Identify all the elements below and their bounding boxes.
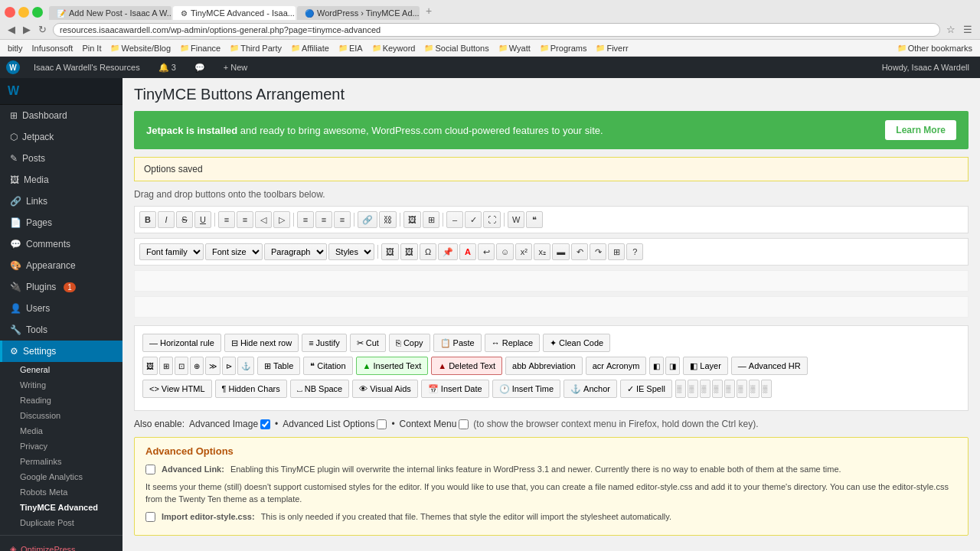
- bookmark-social[interactable]: Social Buttons: [421, 43, 492, 54]
- avail-layer[interactable]: ◧ Layer: [683, 357, 728, 375]
- close-btn[interactable]: [5, 7, 15, 18]
- sidebar-item-settings[interactable]: ⚙ Settings: [0, 341, 122, 362]
- bookmark-thirdparty[interactable]: Third Party: [227, 43, 285, 54]
- avail-abbreviation[interactable]: abb Abbreviation: [505, 357, 583, 375]
- bookmark-eia[interactable]: EIA: [335, 43, 366, 54]
- forward-btn[interactable]: ▶: [21, 24, 32, 35]
- context-menu-label[interactable]: Context Menu: [400, 419, 469, 429]
- tb1-alignleft[interactable]: ≡: [297, 211, 314, 228]
- avail-clean-code[interactable]: ✦ Clean Code: [543, 334, 610, 352]
- bookmark-keyword[interactable]: Keyword: [369, 43, 419, 54]
- tb1-outdent[interactable]: ◁: [255, 211, 272, 228]
- sidebar-sub-reading[interactable]: Reading: [0, 393, 122, 408]
- tb2-color[interactable]: A: [459, 243, 476, 260]
- bookmark-finance[interactable]: Finance: [177, 43, 224, 54]
- window-controls[interactable]: [5, 7, 43, 18]
- avail-small-1[interactable]: ░: [675, 380, 686, 398]
- sidebar-item-pages[interactable]: 📄 Pages: [0, 212, 122, 233]
- tb2-paragraph[interactable]: Paragraph: [264, 243, 327, 260]
- avail-view-html[interactable]: <> View HTML: [142, 380, 212, 398]
- tb2-fontsize[interactable]: Font size: [205, 243, 263, 260]
- avail-citation[interactable]: ❝ Citation: [303, 357, 352, 375]
- avail-cut[interactable]: ✂ Cut: [350, 334, 386, 352]
- bookmark-bitly[interactable]: bitly: [5, 43, 26, 54]
- sidebar-sub-duplicate-post[interactable]: Duplicate Post: [0, 515, 122, 530]
- sidebar-sub-tinymce[interactable]: TinyMCE Advanced: [0, 500, 122, 515]
- context-menu-checkbox[interactable]: [459, 419, 469, 429]
- advanced-list-label[interactable]: Advanced List Options: [283, 419, 387, 429]
- adminbar-comments[interactable]: 💬: [190, 63, 210, 73]
- sidebar-item-plugins[interactable]: 🔌 Plugins 1: [0, 276, 122, 298]
- avail-horizontal-rule[interactable]: — Horizontal rule: [142, 334, 221, 352]
- avail-advanced-hr[interactable]: — Advanced HR: [731, 357, 808, 375]
- tb1-table[interactable]: ⊞: [423, 211, 439, 228]
- avail-hidden-chars[interactable]: ¶ Hidden Chars: [215, 380, 287, 398]
- avail-inserted-text[interactable]: ▲ Inserted Text: [356, 357, 429, 375]
- avail-small-3[interactable]: ░: [700, 380, 710, 398]
- sidebar-item-links[interactable]: 🔗 Links: [0, 191, 122, 212]
- tb1-underline[interactable]: U: [194, 211, 211, 228]
- tb1-aligncenter[interactable]: ≡: [315, 211, 332, 228]
- tb2-img2[interactable]: 🖼: [400, 243, 418, 260]
- tb2-styles[interactable]: Styles: [328, 243, 374, 260]
- avail-acronym[interactable]: acr Acronym: [586, 357, 647, 375]
- sidebar-sub-discussion[interactable]: Discussion: [0, 408, 122, 423]
- avail-img-btn1[interactable]: 🖼: [142, 357, 158, 375]
- avail-small-4[interactable]: ░: [712, 380, 723, 398]
- tb1-wp[interactable]: W: [508, 211, 524, 228]
- bookmark-affiliate[interactable]: Affiliate: [288, 43, 332, 54]
- reload-btn[interactable]: ↻: [37, 24, 48, 35]
- tb1-alignright[interactable]: ≡: [334, 211, 351, 228]
- avail-anchor[interactable]: ⚓ Anchor: [564, 380, 617, 398]
- bookmark-programs[interactable]: Programs: [537, 43, 590, 54]
- avail-layer-btn1[interactable]: ◧: [649, 357, 664, 375]
- avail-small-7[interactable]: ░: [749, 380, 760, 398]
- sidebar-item-posts[interactable]: ✎ Posts: [0, 148, 122, 169]
- max-btn[interactable]: [32, 7, 43, 18]
- adminbar-updates[interactable]: 🔔 3: [154, 63, 181, 73]
- adminbar-howdy[interactable]: Howdy, Isaac A Wardell: [877, 63, 974, 72]
- adminbar-site[interactable]: Isaac A Wardell's Resources: [29, 63, 145, 72]
- sidebar-item-media[interactable]: 🖼 Media: [0, 169, 122, 191]
- tab-1[interactable]: 📝 Add New Post - Isaac A W...: [49, 6, 172, 20]
- wp-logo[interactable]: W: [6, 60, 20, 74]
- bookmark-pinit[interactable]: Pin It: [79, 43, 104, 54]
- tb1-more[interactable]: –: [446, 211, 463, 228]
- avail-img-btn5[interactable]: ≫: [205, 357, 220, 375]
- tb1-link[interactable]: 🔗: [358, 211, 377, 228]
- learn-more-button[interactable]: Learn More: [885, 120, 956, 140]
- tb1-unlink[interactable]: ⛓: [379, 211, 397, 228]
- bookmark-website[interactable]: Website/Blog: [107, 43, 174, 54]
- sidebar-sub-general[interactable]: General: [0, 362, 122, 377]
- new-tab-btn[interactable]: +: [421, 3, 436, 18]
- tb2-sub[interactable]: x₂: [534, 243, 550, 260]
- bookmark-other[interactable]: Other bookmarks: [894, 43, 975, 54]
- tb1-italic[interactable]: I: [158, 211, 175, 228]
- avail-deleted-text[interactable]: ▲ Deleted Text: [431, 357, 502, 375]
- sidebar-item-appearance[interactable]: 🎨 Appearance: [0, 255, 122, 276]
- tb2-undo[interactable]: ↶: [571, 243, 588, 260]
- sidebar-item-optimize-press[interactable]: ◈ OptimizePress: [0, 539, 122, 551]
- avail-table[interactable]: ⊞ Table: [257, 357, 300, 375]
- avail-small-5[interactable]: ░: [724, 380, 735, 398]
- tb2-return[interactable]: ↩: [478, 243, 495, 260]
- tb2-special[interactable]: Ω: [420, 243, 436, 260]
- tb2-resize[interactable]: ⊞: [608, 243, 625, 260]
- avail-img-btn4[interactable]: ⊕: [190, 357, 204, 375]
- avail-insert-date[interactable]: 📅 Insert Date: [421, 380, 489, 398]
- avail-img-btn6[interactable]: ⊳: [222, 357, 236, 375]
- import-style-checkbox[interactable]: [145, 512, 155, 522]
- sidebar-item-comments[interactable]: 💬 Comments: [0, 233, 122, 255]
- avail-layer-btn2[interactable]: ◨: [665, 357, 680, 375]
- avail-copy[interactable]: ⎘ Copy: [389, 334, 430, 352]
- avail-replace[interactable]: ↔ Replace: [485, 334, 540, 352]
- avail-img-btn3[interactable]: ⊡: [175, 357, 188, 375]
- tb1-strikethrough[interactable]: S: [176, 211, 193, 228]
- bookmark-fiverr[interactable]: Fiverr: [593, 43, 631, 54]
- advanced-list-checkbox[interactable]: [377, 419, 387, 429]
- sidebar-item-users[interactable]: 👤 Users: [0, 298, 122, 319]
- tb1-indent[interactable]: ▷: [273, 211, 290, 228]
- avail-visual-aids[interactable]: 👁 Visual Aids: [352, 380, 418, 398]
- avail-anchor-small[interactable]: ⚓: [237, 357, 254, 375]
- bookmark-wyatt[interactable]: Wyatt: [495, 43, 534, 54]
